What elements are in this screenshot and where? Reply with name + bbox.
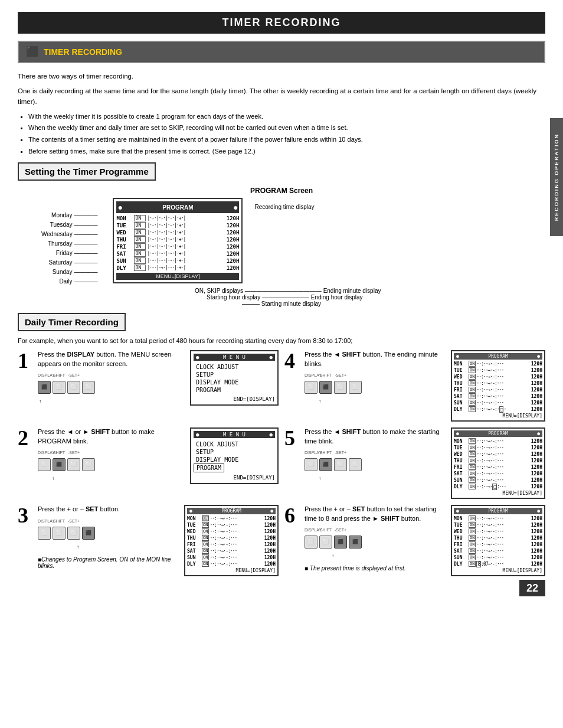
step-5-loc-btn[interactable]: ⬜ (349, 458, 362, 471)
step-4-display-btn[interactable]: ⬜ (305, 381, 317, 394)
step-4-loc-btn[interactable]: ⬜ (349, 381, 362, 394)
step-4-screen: ●PROGRAM● MONON··:··→·-:···120H TUEON··:… (451, 350, 545, 422)
step-4-header: ●PROGRAM● (454, 353, 542, 360)
step-4-wed: WEDON··:··→·-:···120H (454, 374, 542, 380)
step-5-set-btn[interactable]: ⬜ (334, 458, 347, 471)
step-4-mon: MONON··:··→·-:···120H (454, 361, 542, 367)
set-btn[interactable]: ⬜ (67, 381, 80, 394)
intro-line1: There are two ways of timer recording. (18, 71, 545, 81)
program-label: PROGRAM (162, 204, 193, 211)
step-2-display-btn[interactable]: ⬜ (38, 458, 51, 471)
program-screen-container: Monday ———— Tuesday ———— Wednesday ———— … (41, 198, 545, 285)
step-1-item-4: PROGRAM (194, 386, 275, 394)
step-5-footer: MENU=[DISPLAY] (454, 491, 542, 496)
loc-btn[interactable]: ⬜ (82, 381, 95, 394)
step-1-remote-labels: DISPLAY SHIFT -SET+ (38, 373, 186, 377)
step-2-set-btn[interactable]: ⬜ (67, 458, 80, 471)
step-2-loc-btn[interactable]: ⬜ (82, 458, 95, 471)
step-5-number: 5 (284, 427, 301, 449)
step-3-display-btn[interactable]: ⬜ (38, 527, 51, 540)
day-labels: Monday ———— Tuesday ———— Wednesday ———— … (41, 211, 101, 285)
program-row-mon: MON ON |·-·|·-·|·-·|·+·| 120H (116, 215, 239, 221)
step-1-item-1: CLOCK ADJUST (194, 363, 275, 371)
step-3-loc-btn[interactable]: ⬛ (82, 527, 95, 540)
step-1-item-2: SETUP (194, 371, 275, 378)
bullet-list: With the weekly timer it is possible to … (28, 112, 545, 156)
step-4-fri: FRION··:··→·-:···120H (454, 387, 542, 393)
program-row-dly: DLY ON |·-·|·→·|·-·|·+·| 120H (116, 265, 239, 271)
sub-banner-text: TIMER RECORDING (44, 47, 122, 57)
step-6-header: ●PROGRAM● (454, 508, 542, 514)
step-5-display-btn[interactable]: ⬜ (305, 458, 317, 471)
step-1-remote: DISPLAY SHIFT -SET+ ⬛ ⬜ ⬜ ⬜ ↑ (38, 373, 186, 406)
step-2-screen-footer: END=[DISPLAY] (194, 475, 275, 481)
step-6-text: Press the + or – SET button to set the s… (305, 505, 447, 523)
step-5-shift-btn[interactable]: ⬛ (319, 458, 332, 471)
step-1-remote-row: ⬛ ⬜ ⬜ ⬜ (38, 381, 186, 394)
step-2-screen-header: ● M E N U ● (194, 431, 275, 438)
step-1-number: 1 (18, 350, 34, 371)
section2-title: Daily Timer Recording (25, 317, 119, 327)
step-1-arrow: ↑ (38, 399, 186, 404)
bullet-item: With the weekly timer it is possible to … (28, 112, 545, 122)
step-2-shift-btn[interactable]: ⬛ (53, 458, 66, 471)
bullet-item: Before setting times, make sure that the… (28, 146, 545, 157)
step-6-display-btn[interactable]: ⬜ (305, 536, 317, 549)
step-3: 3 Press the + or – SET button. DISPLAY S… (18, 505, 279, 576)
step-4-sun: SUNON··:··→·-:···120H (454, 400, 542, 406)
sub-banner-icon: ⬛ (26, 45, 39, 58)
step-6-screen: ●PROGRAM● MONON··:··→·-:···120H TUEON··:… (451, 505, 545, 576)
step-1: 1 Press the DISPLAY button. The MENU scr… (18, 350, 279, 422)
step-4-text: Press the ◄ SHIFT button. The ending min… (305, 350, 447, 368)
bullet-item: The contents of a timer setting are main… (28, 135, 545, 145)
top-banner: TIMER RECORDING (18, 12, 545, 34)
step-3-header: ●PROGRAM● (187, 508, 276, 514)
step-4-thu: THUON··:··→·-:···120H (454, 380, 542, 386)
program-row-tue: TUE ON |·-·|·-·|·-·|·+·| 120H (116, 222, 239, 228)
step-1-text: Press the DISPLAY button. The MENU scree… (38, 350, 186, 368)
step-3-screen: ●PROGRAM● MONON··:··→·-:···120H TUEON··:… (184, 505, 279, 576)
step-2-desc: Press the ◄ or ► SHIFT button to make PR… (38, 427, 186, 484)
section1-header: Setting the Timer Programme (18, 162, 156, 181)
step-3-desc: Press the + or – SET button. DISPLAY SHI… (38, 505, 181, 569)
example-text: For example, when you want to set for a … (18, 337, 545, 344)
shift-btn[interactable]: ⬜ (53, 381, 66, 394)
display-btn[interactable]: ⬛ (38, 381, 51, 394)
step-2-item-1: CLOCK ADJUST (194, 440, 275, 448)
step-3-number: 3 (18, 505, 34, 526)
step-2-number: 2 (18, 427, 34, 449)
step-5: 5 Press the ◄ SHIFT button to make the s… (284, 427, 545, 499)
program-screen-area: PROGRAM Screen Monday ———— Tuesday ———— … (18, 187, 545, 307)
right-sidebar: RECORDING OPERATION (550, 118, 563, 236)
bullet-item: When the weekly timer and daily timer ar… (28, 123, 545, 133)
step-1-screen: ● M E N U ● CLOCK ADJUST SETUP DISPLAY M… (190, 350, 279, 406)
step-5-mon: MONON··:··→·-:···120H (454, 438, 542, 444)
program-row-thu: THU ON |·-·|·-·|·-·|·+·| 120H (116, 236, 239, 243)
program-box-header: ● PROGRAM ● (116, 201, 239, 213)
top-banner-text: TIMER RECORDING (222, 17, 341, 28)
step-1-item-3: DISPLAY MODE (194, 378, 275, 386)
start-hour-label: Starting hour display ———————— Ending ho… (207, 294, 545, 301)
recording-time-label: Recording time display (254, 204, 314, 210)
sub-banner: ⬛ TIMER RECORDING (18, 41, 545, 63)
step-6-remote: DISPLAY SHIFT -SET+ ⬜ ⬜ ⬛ ⬛ ↑ (305, 528, 447, 561)
program-screen-title: PROGRAM Screen (18, 187, 545, 195)
step-3-set-btn[interactable]: ⬜ (67, 527, 80, 540)
steps-row-2: 2 Press the ◄ or ► SHIFT button to make … (18, 427, 545, 499)
program-box: ● PROGRAM ● MON ON |·-·|·-·|·-·|·+·| 120… (113, 198, 243, 283)
step-6-set-btn[interactable]: ⬛ (334, 536, 347, 549)
step-6-loc-btn[interactable]: ⬛ (349, 536, 362, 549)
step-4-number: 4 (284, 350, 301, 371)
step-6-shift-btn[interactable]: ⬜ (319, 536, 332, 549)
step-4-shift-btn[interactable]: ⬛ (319, 381, 332, 394)
step-4-set-btn[interactable]: ⬜ (334, 381, 347, 394)
dot-right: ● (233, 203, 238, 212)
step-4-tue: TUEON··:··→·-:···120H (454, 367, 542, 373)
step-6-note: ■ The present time is displayed at first… (305, 565, 447, 572)
step-3-shift-btn[interactable]: ⬜ (53, 527, 66, 540)
step-1-desc: Press the DISPLAY button. The MENU scree… (38, 350, 186, 406)
step-2-text: Press the ◄ or ► SHIFT button to make PR… (38, 427, 186, 446)
step-6: 6 Press the + or – SET button to set the… (284, 505, 545, 576)
program-row-fri: FRI ON |·-·|·-·|·-·|·+·| 120H (116, 243, 239, 250)
day-label-friday: Friday ———— (41, 249, 97, 257)
